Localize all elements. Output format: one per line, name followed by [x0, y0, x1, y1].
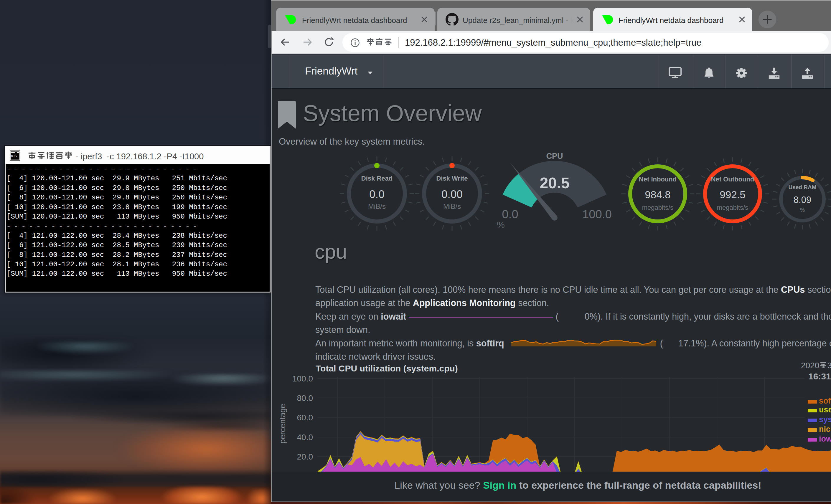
svg-text:C:\_: C:\_	[11, 154, 19, 158]
